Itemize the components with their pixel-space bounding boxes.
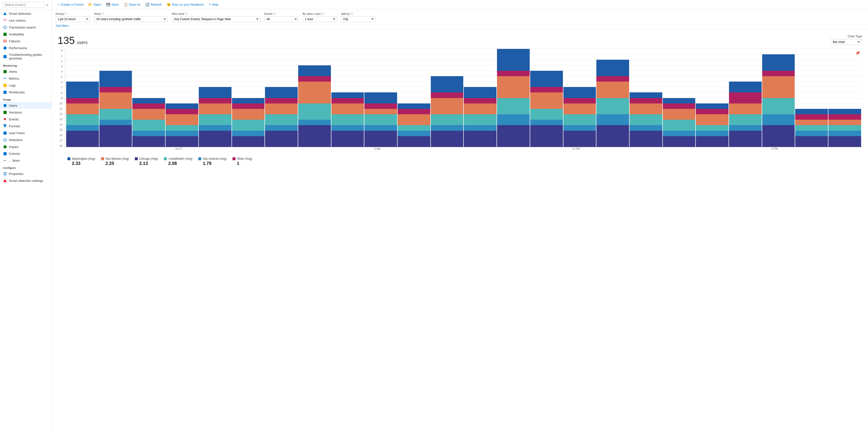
chart-type-label: Chart Type: [848, 35, 862, 38]
x-label-Jul-27: Jul 27: [175, 147, 182, 150]
sidebar-item-failures[interactable]: Failures: [0, 38, 52, 44]
failures-icon: [3, 39, 7, 43]
sidebar-item-more[interactable]: •••... More: [0, 157, 52, 164]
search-input[interactable]: [2, 2, 44, 8]
sidebar-item-events[interactable]: Events: [0, 116, 52, 123]
by-value-info-icon: ⓘ: [321, 12, 324, 15]
bar-stack-8[interactable]: [332, 92, 364, 147]
sidebar-item-workbooks[interactable]: Workbooks: [0, 89, 52, 96]
bar-segment-1-0: [99, 125, 132, 147]
collapse-button[interactable]: «: [46, 3, 49, 7]
save-label: Save: [112, 3, 119, 6]
sidebar-item-label-troubleshooting: Troubleshooting guides (preview): [9, 53, 49, 60]
sidebar-item-smart-detection[interactable]: Smart detection: [0, 10, 52, 17]
sidebar-item-troubleshooting[interactable]: Troubleshooting guides (preview): [0, 52, 52, 62]
bar-segment-15-4: [563, 98, 596, 103]
bar-segment-10-5: [398, 103, 430, 109]
bar-stack-5[interactable]: [232, 98, 265, 147]
bar-stack-22[interactable]: [795, 109, 828, 147]
bar-stack-4[interactable]: [199, 87, 231, 147]
split-by-select[interactable]: CityCountryBrowserOSDevice type: [341, 16, 375, 22]
legend-swatch-washington: [67, 157, 70, 160]
users-number: 135: [58, 35, 75, 46]
add-filters-link[interactable]: Add filters: [56, 22, 69, 28]
bar-segment-20-0: [729, 131, 762, 147]
sidebar-item-impact[interactable]: Impact: [0, 143, 52, 150]
sidebar-item-metrics[interactable]: Metrics: [0, 75, 52, 82]
bar-stack-13[interactable]: [497, 49, 530, 147]
chart-container: 📌 1817161514131211109876543210 Jul 276 A…: [58, 49, 862, 153]
sidebar-item-live-metrics[interactable]: Live metrics: [0, 17, 52, 24]
legend-name-des-moines: Des Moines (Avg): [105, 157, 129, 161]
bar-group-18: [663, 49, 695, 147]
save-as-button[interactable]: 📋Save As: [121, 1, 143, 8]
refresh-button[interactable]: 🔄Refresh: [143, 1, 164, 8]
sidebar-section-configure: Configure: [0, 164, 52, 170]
legend-item-chicago: Chicago (Avg)2.13: [135, 157, 158, 166]
sidebar-item-smart-detection-settings[interactable]: Smart detection settings: [0, 177, 52, 184]
bar-stack-12[interactable]: [464, 87, 496, 147]
bar-segment-8-1: [332, 125, 364, 131]
x-label-6-AM: 6 AM: [374, 147, 380, 150]
during-select[interactable]: Last 24 hoursLast 12 hoursLast 48 hoursL…: [56, 16, 90, 22]
sidebar-item-label-events: Events: [9, 118, 19, 121]
bar-segment-4-4: [199, 98, 231, 103]
create-cohort-button[interactable]: +Create a Cohort: [55, 1, 86, 8]
bar-stack-9[interactable]: [364, 92, 397, 147]
who-used-select[interactable]: Any Custom Events, Request or Page ViewA…: [172, 16, 260, 22]
sidebar-item-retention[interactable]: Retention: [0, 136, 52, 143]
bar-segment-10-3: [398, 114, 430, 125]
bar-stack-16[interactable]: [596, 60, 629, 147]
sidebar-item-alerts[interactable]: Alerts: [0, 68, 52, 75]
show-select[interactable]: All Users including synthetic trafficAut…: [94, 16, 168, 22]
bar-segment-1-4: [99, 87, 132, 92]
sidebar-item-users[interactable]: Users: [0, 102, 52, 109]
sidebar-item-sessions[interactable]: Sessions: [0, 109, 52, 116]
bar-segment-21-3: [762, 76, 795, 98]
bar-segment-17-5: [629, 92, 662, 98]
sidebar-item-user-flows[interactable]: User Flows: [0, 130, 52, 136]
legend-header-undefined: <undefined> (Avg): [164, 157, 193, 161]
bar-segment-5-3: [232, 109, 265, 120]
bar-stack-7[interactable]: [298, 65, 331, 147]
save-button[interactable]: 💾Save: [104, 1, 121, 8]
bar-stack-0[interactable]: [66, 81, 99, 147]
events-icon: [3, 117, 7, 121]
bar-stack-1[interactable]: [99, 71, 132, 147]
legend-header-chicago: Chicago (Avg): [135, 157, 158, 161]
legend-value-undefined: 2.08: [164, 161, 193, 166]
feedback-button[interactable]: 😊Give us your feedback: [164, 1, 206, 8]
bar-stack-17[interactable]: [629, 92, 662, 147]
bar-stack-15[interactable]: [563, 87, 596, 147]
bar-segment-17-2: [629, 114, 662, 125]
sidebar-item-cohorts[interactable]: Cohorts: [0, 150, 52, 157]
bar-stack-11[interactable]: [431, 76, 464, 147]
bar-stack-3[interactable]: [165, 103, 198, 147]
bar-stack-18[interactable]: [663, 98, 695, 147]
bar-segment-22-5: [795, 109, 828, 114]
sidebar-item-availability[interactable]: Availability: [0, 31, 52, 38]
bar-stack-6[interactable]: [265, 87, 298, 147]
bar-segment-3-4: [165, 109, 198, 114]
bar-stack-19[interactable]: [696, 103, 728, 147]
bar-stack-23[interactable]: [828, 109, 861, 147]
chart-type-select[interactable]: Bar chartLine chartArea chart: [830, 39, 862, 45]
bar-segment-18-4: [663, 103, 695, 109]
sidebar-item-logs[interactable]: Logs: [0, 82, 52, 89]
by-value-select[interactable]: 1 hour6 hours12 hours1 day: [303, 16, 337, 22]
sidebar-item-properties[interactable]: Properties: [0, 170, 52, 177]
impact-icon: [3, 145, 7, 149]
events-select[interactable]: AllCustom eventsPage viewsRequests: [264, 16, 299, 22]
sidebar-item-funnels[interactable]: Funnels: [0, 123, 52, 130]
bar-stack-14[interactable]: [530, 71, 563, 147]
bar-stack-20[interactable]: [729, 81, 762, 147]
open-button[interactable]: 📂Open: [86, 1, 104, 8]
bar-stack-10[interactable]: [398, 103, 430, 147]
bar-segment-12-3: [464, 103, 496, 114]
bar-segment-8-4: [332, 98, 364, 103]
bar-stack-21[interactable]: [762, 54, 795, 147]
sidebar-item-transaction-search[interactable]: Transaction search: [0, 24, 52, 31]
bar-stack-2[interactable]: [132, 98, 165, 147]
help-button[interactable]: ?Help: [206, 1, 221, 8]
sidebar-item-performance[interactable]: Performance: [0, 44, 52, 52]
